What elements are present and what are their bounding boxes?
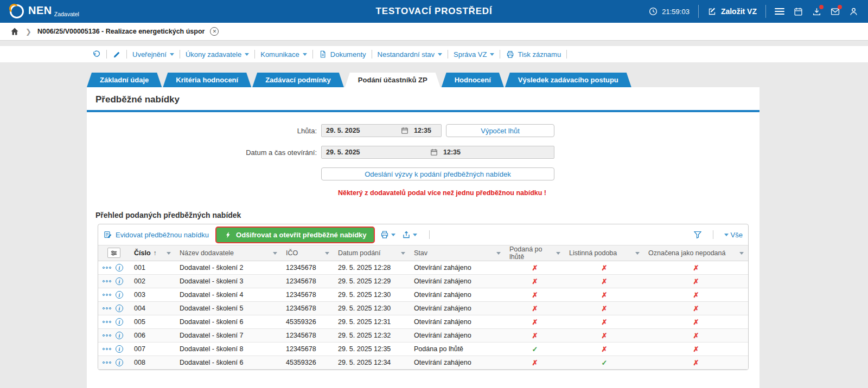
tab-podani-ucastniku[interactable]: Podání účastníků ZP	[345, 73, 441, 87]
row-info-icon[interactable]: i	[116, 291, 123, 299]
lhuta-datetime-field[interactable]: 29. 5. 2025 12:35	[321, 124, 442, 137]
breadcrumb-item[interactable]: N006/25/V00005136 - Realizace energetick…	[37, 28, 205, 35]
tab-zakladni-udaje[interactable]: Základní údaje	[87, 73, 162, 87]
cell-nazev-dodavatele: Dodavatel - školení 7	[175, 329, 282, 342]
cell-oznacena-nepodana: ✗	[644, 302, 748, 315]
column-header-ico[interactable]: IČO	[282, 245, 334, 261]
cell-nazev-dodavatele: Dodavatel - školení 8	[175, 342, 282, 356]
menu-nestandardni-stav[interactable]: Nestandardní stav	[378, 50, 443, 59]
row-info-icon[interactable]: i	[116, 332, 123, 339]
toolbar-separator	[254, 50, 255, 59]
row-actions-icon[interactable]	[103, 333, 111, 338]
column-header-listinna[interactable]: Listinná podoba	[565, 245, 644, 261]
edit-pencil-icon[interactable]	[112, 50, 121, 59]
column-label: Stav	[414, 249, 427, 257]
calendar-icon[interactable]	[793, 7, 803, 16]
calendar-icon[interactable]	[401, 127, 409, 134]
tab-hodnoceni[interactable]: Hodnocení	[442, 73, 504, 87]
row-actions-icon[interactable]	[103, 360, 111, 365]
cell-datum-podani: 29. 5. 2025 12:30	[334, 288, 410, 302]
tab-bar: Základní údaje Kritéria hodnocení Zadáva…	[87, 73, 868, 87]
download-icon[interactable]	[812, 7, 821, 16]
column-header-datum[interactable]: Datum podání	[334, 245, 410, 261]
table-row[interactable]: i 003 Dodavatel - školení 4 12345678 29.…	[98, 288, 748, 302]
print-table-button[interactable]	[380, 230, 395, 239]
home-icon[interactable]	[10, 27, 20, 36]
nen-logo[interactable]: NEN Zadavatel	[10, 4, 79, 18]
table-row[interactable]: i 007 Dodavatel - školení 8 12345678 29.…	[98, 342, 748, 356]
row-actions-icon[interactable]	[103, 320, 111, 324]
lhuta-label: Lhůta:	[87, 127, 321, 135]
column-header-nazev[interactable]: Název dodavatele	[175, 245, 282, 261]
vypocet-lhut-button[interactable]: Výpočet lhůt	[446, 124, 554, 137]
user-icon[interactable]	[848, 7, 858, 16]
cell-cislo: 006	[130, 329, 175, 342]
evidovat-nabidku-button[interactable]: Evidovat předběžnou nabídku	[104, 230, 209, 239]
column-label: Označena jako nepodaná	[648, 249, 725, 257]
tab-vysledek-postupu[interactable]: Výsledek zadávacího postupu	[505, 73, 631, 87]
opening-label: Datum a čas otevírání:	[87, 148, 321, 157]
row-info-icon[interactable]: i	[116, 264, 123, 271]
row-info-icon[interactable]: i	[116, 305, 123, 312]
column-header-cislo[interactable]: Číslo↑	[130, 245, 175, 261]
row-info-icon[interactable]: i	[116, 318, 123, 326]
filter-icon[interactable]	[693, 230, 702, 239]
opening-time-value[interactable]: 12:35	[438, 148, 554, 156]
create-vz-label: Založit VZ	[721, 7, 757, 16]
odeslani-vyzvy-button[interactable]: Odeslání výzvy k podání předběžných nabí…	[321, 167, 554, 180]
row-actions-icon[interactable]	[103, 347, 111, 351]
odsifrovat-button[interactable]: Odšifrovat a otevřít předběžné nabídky	[216, 228, 374, 242]
table-row[interactable]: i 008 Dodavatel - školení 6 45359326 29.…	[98, 356, 748, 370]
export-table-button[interactable]	[402, 230, 417, 239]
cell-ico: 12345678	[282, 288, 334, 302]
row-actions-icon[interactable]	[103, 306, 111, 311]
row-info-icon[interactable]: i	[116, 359, 123, 366]
cell-ico: 12345678	[282, 329, 334, 342]
menu-tisk-zaznamu[interactable]: Tisk záznamu	[506, 50, 561, 59]
opening-datetime-field[interactable]: 29. 5. 2025 12:35	[321, 146, 554, 159]
nen-logo-icon	[10, 4, 24, 18]
column-settings-icon[interactable]	[107, 248, 120, 258]
menu-dokumenty-label: Dokumenty	[330, 50, 366, 59]
create-vz-button[interactable]: Založit VZ	[707, 7, 757, 16]
table-row[interactable]: i 001 Dodavatel - školení 2 12345678 29.…	[98, 261, 748, 275]
view-filter-dropdown[interactable]: Vše	[724, 231, 743, 239]
sort-asc-icon: ↑	[154, 249, 157, 257]
cell-podana-po-lhute: ✗	[505, 261, 565, 275]
column-header-po-lhute[interactable]: Podaná po lhůtě	[505, 245, 565, 261]
menu-ukony-zadavatele[interactable]: Úkony zadavatele	[186, 50, 249, 59]
column-header-nepodana[interactable]: Označena jako nepodaná	[644, 245, 748, 261]
table-row[interactable]: i 004 Dodavatel - školení 5 12345678 29.…	[98, 302, 748, 315]
table-row[interactable]: i 005 Dodavatel - školení 6 45359326 29.…	[98, 315, 748, 329]
close-record-icon[interactable]: ✕	[210, 27, 219, 36]
table-row[interactable]: i 006 Dodavatel - školení 7 12345678 29.…	[98, 329, 748, 342]
row-actions-icon[interactable]	[103, 279, 111, 283]
row-info-icon[interactable]: i	[116, 345, 123, 353]
cell-oznacena-nepodana: ✗	[644, 315, 748, 329]
lhuta-time-value[interactable]: 12:35	[409, 127, 441, 134]
clock-icon	[648, 7, 658, 16]
menu-uverejneni[interactable]: Uveřejnění	[132, 50, 174, 59]
calendar-icon[interactable]	[430, 148, 438, 156]
tab-zadavaci-podminky[interactable]: Zadávací podmínky	[252, 73, 344, 87]
menu-icon[interactable]	[775, 8, 784, 15]
menu-komunikace[interactable]: Komunikace	[260, 50, 307, 59]
column-header-stav[interactable]: Stav	[410, 245, 505, 261]
toolbar-separator	[500, 50, 500, 59]
menu-dokumenty[interactable]: Dokumenty	[318, 50, 366, 59]
tab-kriteria-hodnoceni[interactable]: Kritéria hodnocení	[163, 73, 251, 87]
lhuta-date-value[interactable]: 29. 5. 2025	[322, 127, 401, 134]
opening-date-value[interactable]: 29. 5. 2025	[322, 148, 430, 156]
row-actions-icon[interactable]	[103, 293, 111, 297]
row-info-icon[interactable]: i	[116, 277, 123, 285]
table-row[interactable]: i 002 Dodavatel - školení 3 12345678 29.…	[98, 275, 748, 288]
table-header-row: Číslo↑ Název dodavatele IČO Datum podání…	[98, 245, 748, 261]
menu-sprava-vz[interactable]: Správa VZ	[454, 50, 494, 59]
table-toolbar: Evidovat předběžnou nabídku Odšifrovat a…	[98, 224, 748, 245]
mail-icon[interactable]	[830, 7, 840, 16]
row-actions-icon[interactable]	[103, 266, 111, 270]
cell-datum-podani: 29. 5. 2025 12:30	[334, 302, 410, 315]
history-undo-icon[interactable]	[92, 50, 101, 59]
cell-podana-po-lhute: ✗	[505, 275, 565, 288]
breadcrumb: ❯ N006/25/V00005136 - Realizace energeti…	[0, 23, 868, 41]
